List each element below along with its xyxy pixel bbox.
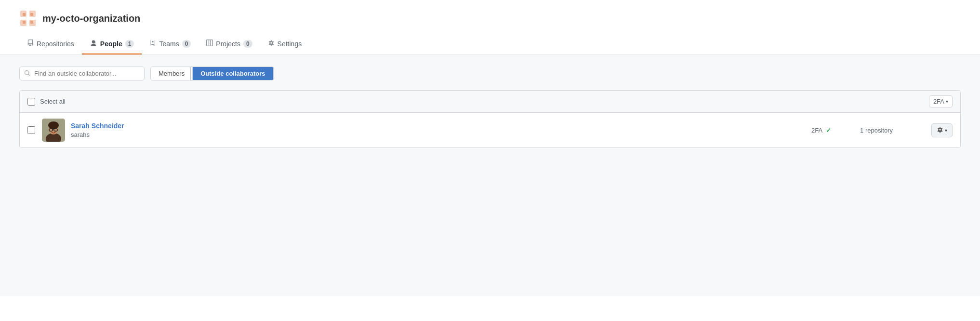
tfa-label: 2FA (933, 98, 944, 105)
user-name-link[interactable]: Sarah Schneider (71, 122, 811, 130)
select-all-label: Select all (40, 98, 66, 105)
tab-settings[interactable]: Settings (260, 35, 310, 54)
svg-rect-6 (23, 21, 26, 24)
svg-point-12 (48, 121, 59, 129)
filter-tab-outside-collaborators[interactable]: Outside collaborators (193, 67, 273, 80)
check-icon: ✓ (826, 127, 831, 134)
people-table: Select all 2FA ▾ (19, 90, 961, 148)
select-all-checkbox[interactable] (27, 98, 35, 106)
user-info: Sarah Schneider sarahs (71, 122, 811, 138)
org-header: my-octo-organization Repositories People… (0, 0, 980, 55)
tab-teams-badge: 0 (182, 40, 191, 48)
main-tabs: Repositories People 1 Teams 0 (19, 35, 961, 54)
avatar (42, 119, 65, 142)
org-avatar-icon (19, 10, 37, 27)
page-wrapper: my-octo-organization Repositories People… (0, 0, 980, 321)
teams-icon (149, 40, 156, 48)
people-icon (90, 40, 97, 48)
repo-icon (27, 40, 34, 48)
tab-projects-label: Projects (216, 40, 240, 48)
svg-rect-5 (30, 13, 33, 16)
tfa-status: 2FA ✓ (811, 127, 831, 134)
content-area: Members Outside collaborators Select all… (0, 55, 980, 296)
tab-projects-badge: 0 (243, 40, 252, 48)
settings-icon (268, 40, 275, 48)
tab-people-label: People (100, 40, 122, 48)
table-row: Sarah Schneider sarahs 2FA ✓ 1 repositor… (20, 113, 960, 147)
tab-people-badge: 1 (125, 40, 134, 48)
projects-icon (206, 40, 213, 48)
gear-icon (937, 126, 943, 134)
filter-tab-members[interactable]: Members (151, 67, 193, 80)
search-icon (24, 70, 30, 78)
tab-settings-label: Settings (278, 40, 302, 48)
repo-count: 1 repository (860, 127, 893, 134)
table-header: Select all 2FA ▾ (20, 91, 960, 113)
user-handle: sarahs (71, 131, 90, 138)
org-name: my-octo-organization (42, 13, 140, 24)
avatar-svg (42, 119, 65, 142)
tab-repositories[interactable]: Repositories (19, 35, 82, 54)
tfa-value: 2FA (811, 127, 822, 134)
svg-rect-4 (23, 13, 26, 16)
user-row-checkbox[interactable] (27, 126, 35, 134)
tab-repositories-label: Repositories (37, 40, 74, 48)
filter-tab-outside-collaborators-wrapper: Outside collaborators (193, 67, 273, 80)
tab-projects[interactable]: Projects 0 (199, 35, 260, 54)
tfa-dropdown-button[interactable]: 2FA ▾ (929, 95, 953, 107)
tab-teams-label: Teams (159, 40, 179, 48)
tab-people[interactable]: People 1 (82, 35, 142, 54)
gear-chevron-down-icon: ▾ (945, 128, 947, 133)
filter-tabs: Members Outside collaborators (150, 67, 274, 80)
search-input[interactable] (19, 67, 145, 80)
chevron-down-icon: ▾ (946, 99, 948, 104)
table-header-right: 2FA ▾ (929, 95, 953, 107)
org-name-row: my-octo-organization (19, 10, 961, 27)
tab-teams[interactable]: Teams 0 (142, 35, 199, 54)
svg-rect-7 (30, 21, 33, 24)
search-wrapper (19, 67, 145, 80)
user-meta: 2FA ✓ 1 repository ▾ (811, 123, 953, 137)
user-gear-button[interactable]: ▾ (931, 123, 953, 137)
controls-row: Members Outside collaborators (19, 67, 961, 80)
